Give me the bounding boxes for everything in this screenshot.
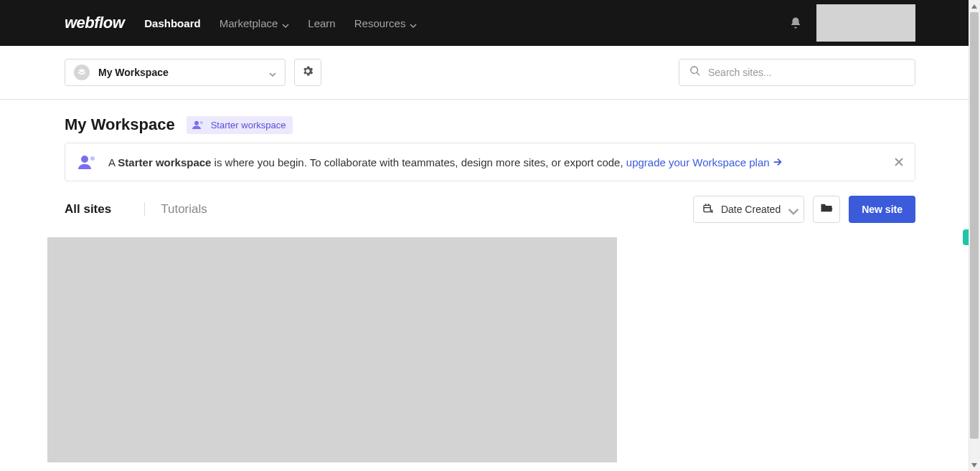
bell-icon[interactable] — [789, 16, 802, 29]
site-card[interactable] — [47, 237, 617, 462]
close-banner-button[interactable] — [893, 156, 905, 168]
svg-point-3 — [90, 156, 95, 161]
calendar-sort-icon — [702, 203, 714, 217]
search-input[interactable] — [708, 67, 905, 78]
sub-bar-left: My Workspace — [65, 59, 321, 86]
plan-badge[interactable]: Starter workspace — [187, 116, 293, 134]
nav-learn[interactable]: Learn — [308, 17, 335, 29]
search-box[interactable] — [679, 59, 915, 86]
sort-button[interactable]: Date Created — [693, 196, 804, 223]
top-nav-right — [789, 4, 915, 42]
search-icon — [689, 65, 701, 80]
starter-banner: A Starter workspace is where you begin. … — [65, 143, 915, 181]
workspace-icon — [74, 65, 90, 80]
nav-marketplace[interactable]: Marketplace — [220, 17, 290, 29]
tab-all-sites[interactable]: All sites — [65, 202, 127, 217]
workspace-selector[interactable]: My Workspace — [65, 59, 286, 86]
folder-plus-icon — [820, 203, 833, 216]
banner-wrap: A Starter workspace is where you begin. … — [0, 143, 980, 181]
actions: Date Created New site — [693, 196, 915, 223]
top-nav: webflow Dashboard Marketplace Learn Reso… — [0, 0, 980, 46]
sort-label: Date Created — [721, 204, 781, 215]
gear-icon — [301, 65, 314, 80]
workspace-name: My Workspace — [98, 67, 169, 78]
scrollbar[interactable] — [969, 0, 980, 471]
nav-dashboard-label: Dashboard — [144, 17, 200, 29]
controls-row: All sites Tutorials Date Created New sit… — [0, 181, 980, 233]
chevron-down-icon — [282, 19, 289, 27]
account-menu[interactable] — [816, 4, 915, 42]
nav-resources-label: Resources — [354, 17, 406, 29]
scrollbar-thumb[interactable] — [970, 12, 979, 439]
svg-point-2 — [81, 156, 88, 163]
settings-button[interactable] — [294, 59, 321, 86]
nav-resources[interactable]: Resources — [354, 17, 418, 29]
svg-rect-4 — [704, 205, 710, 211]
tab-tutorials[interactable]: Tutorials — [144, 202, 223, 217]
nav-marketplace-label: Marketplace — [220, 17, 278, 29]
banner-middle: is where you begin. To collaborate with … — [211, 156, 626, 168]
chevron-down-icon — [788, 206, 795, 213]
title-row: My Workspace Starter workspace — [0, 100, 980, 143]
nav-links: Dashboard Marketplace Learn Resources — [144, 17, 417, 29]
svg-point-1 — [200, 121, 203, 124]
scroll-up-button[interactable] — [969, 0, 980, 12]
scroll-down-button[interactable] — [969, 459, 980, 471]
nav-dashboard[interactable]: Dashboard — [144, 17, 200, 29]
chevron-down-icon — [410, 19, 417, 27]
people-icon — [192, 120, 205, 129]
sub-bar: My Workspace — [0, 46, 980, 100]
page-title: My Workspace — [65, 115, 175, 134]
svg-point-0 — [194, 121, 199, 125]
people-icon — [78, 155, 97, 169]
sites-grid — [0, 233, 980, 462]
banner-prefix: A — [108, 156, 118, 168]
plan-badge-label: Starter workspace — [211, 120, 286, 130]
upgrade-link[interactable]: upgrade your Workspace plan — [626, 156, 783, 168]
new-folder-button[interactable] — [813, 196, 840, 223]
feedback-tab[interactable] — [963, 229, 969, 245]
banner-strong: Starter workspace — [118, 156, 211, 168]
close-icon — [893, 158, 905, 170]
upgrade-link-label: upgrade your Workspace plan — [626, 156, 770, 168]
new-site-button[interactable]: New site — [849, 196, 915, 223]
brand-logo[interactable]: webflow — [65, 14, 124, 32]
banner-text: A Starter workspace is where you begin. … — [108, 156, 783, 168]
nav-learn-label: Learn — [308, 17, 335, 29]
tabs: All sites Tutorials — [65, 202, 223, 217]
arrow-right-icon — [773, 157, 783, 167]
chevron-down-icon — [269, 69, 276, 76]
